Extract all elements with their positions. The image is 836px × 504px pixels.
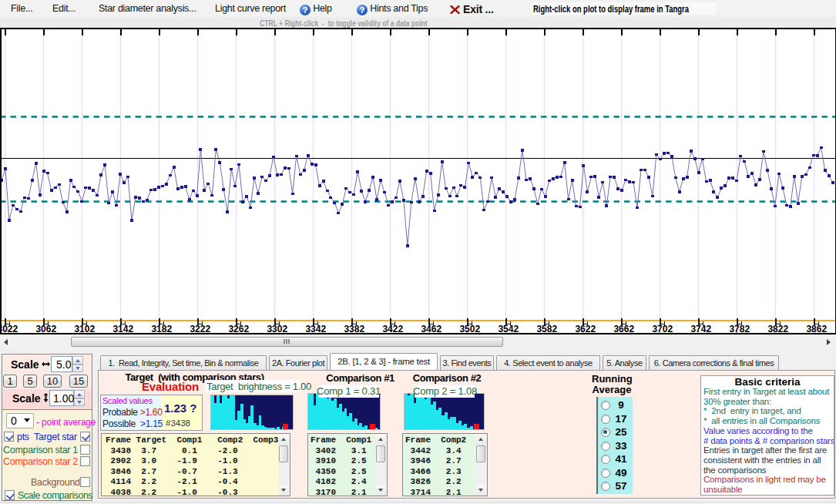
svg-text:3022: 3022 xyxy=(0,324,18,334)
svg-text:3302: 3302 xyxy=(267,324,287,334)
svg-text:3422: 3422 xyxy=(382,324,403,334)
svg-text:3262: 3262 xyxy=(228,324,249,334)
svg-text:3822: 3822 xyxy=(767,324,788,334)
svg-text:3862: 3862 xyxy=(806,324,827,334)
svg-text:3702: 3702 xyxy=(652,324,673,334)
svg-text:3622: 3622 xyxy=(575,324,596,334)
svg-text:3342: 3342 xyxy=(305,324,326,334)
svg-text:3102: 3102 xyxy=(74,324,95,334)
svg-text:3582: 3582 xyxy=(536,324,557,334)
svg-text:3382: 3382 xyxy=(344,324,364,334)
svg-text:3462: 3462 xyxy=(421,324,442,334)
svg-text:3182: 3182 xyxy=(151,324,172,334)
svg-text:3742: 3742 xyxy=(690,324,711,334)
svg-text:3662: 3662 xyxy=(613,324,634,334)
svg-text:3782: 3782 xyxy=(729,324,750,334)
svg-text:3542: 3542 xyxy=(498,324,519,334)
svg-text:3142: 3142 xyxy=(112,324,133,334)
svg-text:3502: 3502 xyxy=(459,324,480,334)
svg-text:3222: 3222 xyxy=(190,324,210,334)
svg-text:3062: 3062 xyxy=(35,324,56,334)
